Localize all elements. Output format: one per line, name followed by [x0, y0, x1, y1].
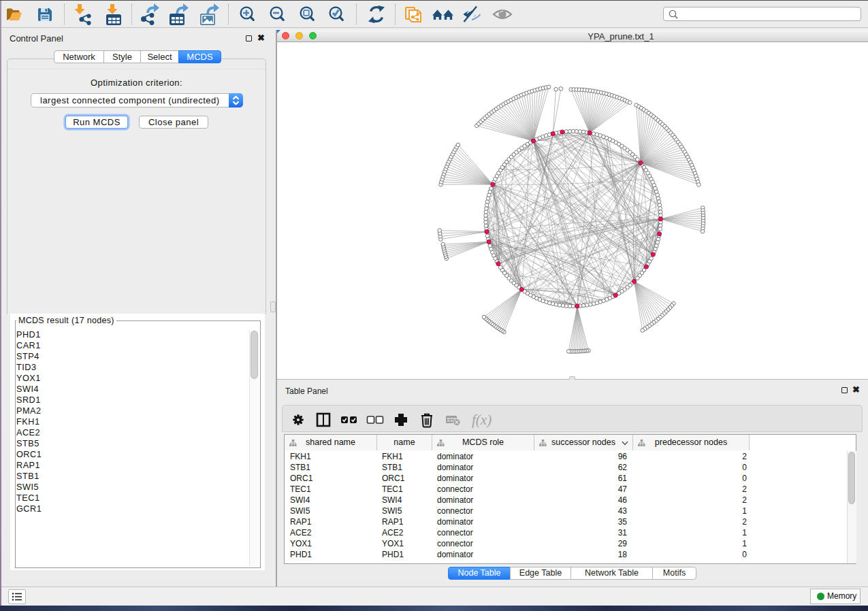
svg-text:f(x): f(x): [472, 412, 492, 428]
